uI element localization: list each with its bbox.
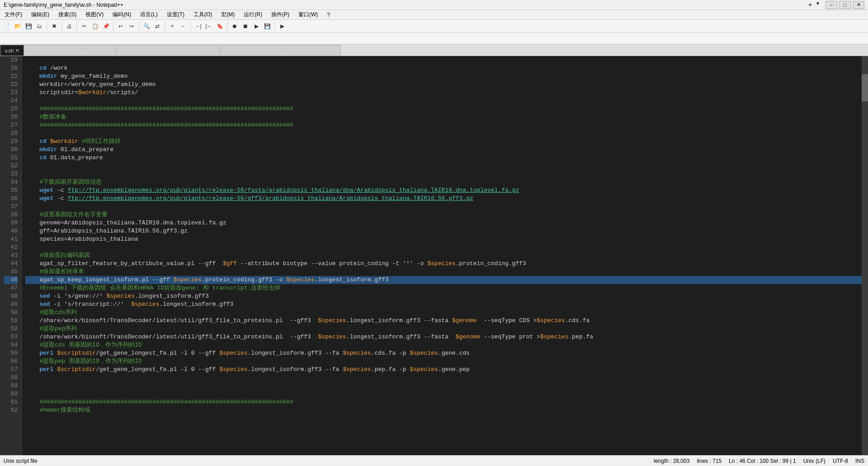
- code-line-30: mkdir 01.data_prepare: [25, 146, 862, 154]
- cut-button[interactable]: ✂: [79, 21, 89, 31]
- tab-label: Glycine_max.Glycine_max_v2.1.57.gff3: [122, 48, 210, 53]
- code-line-48: sed -i 's/gene://' $species.longest_isof…: [25, 292, 862, 300]
- tab-glycine-dna[interactable]: Glycine_max.Glycine_max_v2.1.dna.topleve…: [221, 45, 341, 56]
- macro-rec-button[interactable]: ⏺: [230, 21, 240, 31]
- encoding-label: UTF-8: [833, 458, 848, 464]
- file-type-label: Unix script file: [4, 458, 654, 464]
- code-line-38: #设置基因组文件名字变量: [25, 211, 862, 219]
- toolbar-row1: 📄 📂 💾 🗂 ✖ 🖨 ✂ 📋 📌 ↩ ↪ 🔍 ⇄ + − →| |← 🔖 ⏺ …: [0, 20, 868, 33]
- menu-plugins[interactable]: 插件(P): [269, 10, 292, 19]
- code-line-36: wget -c ftp://ftp.ensemblgenomes.org/pub…: [25, 195, 862, 203]
- tab-label: Gaax_508_Wm82.a4.v1.gene.gff3: [30, 48, 105, 53]
- menu-search[interactable]: 搜索(S): [56, 10, 79, 19]
- ins-label: INS: [855, 458, 864, 464]
- titlebar-controls: + ▼ − □ ✕: [808, 1, 864, 9]
- paste-button[interactable]: 📌: [101, 21, 111, 31]
- line-ending-label: Unix (LF): [803, 458, 826, 464]
- tabbar: v.sh ✕ Gaax_508_Wm82.a4.v1.gene.gff3 ✕ G…: [0, 44, 868, 56]
- toolbar-row2: [0, 33, 868, 44]
- new-button[interactable]: 📄: [2, 21, 12, 31]
- menu-tools[interactable]: 工具(O): [191, 10, 215, 19]
- save-all-button[interactable]: 🗂: [34, 21, 44, 31]
- menu-view[interactable]: 视图(V): [83, 10, 106, 19]
- code-line-59: [25, 382, 862, 390]
- code-line-51: /share/work/biosoft/TransDecoder/latest/…: [25, 317, 862, 325]
- outdent-button[interactable]: |←: [204, 21, 214, 31]
- code-line-35: wget -c ftp://ftp.ensemblgenomes.org/pub…: [25, 186, 862, 195]
- code-line-52: #提取pep序列: [25, 325, 862, 333]
- find-button[interactable]: 🔍: [142, 21, 151, 31]
- code-area[interactable]: cd /work mkdir my_gene_family_demo workd…: [22, 56, 862, 455]
- menu-window[interactable]: 窗口(W): [296, 10, 321, 19]
- menu-encode[interactable]: 编码(N): [110, 10, 134, 19]
- save-button[interactable]: 💾: [24, 21, 33, 31]
- menu-language[interactable]: 语言(L): [137, 10, 160, 19]
- tab-label: v.sh: [5, 48, 14, 53]
- code-line-41: species=Arabidopsis_thaliana: [25, 235, 862, 243]
- code-line-21: mkdir my_gene_family_demo: [25, 72, 862, 81]
- print-button[interactable]: 🖨: [64, 21, 74, 31]
- menubar: 文件(F) 编辑(E) 搜索(S) 视图(V) 编码(N) 语言(L) 设置(T…: [0, 10, 868, 20]
- macro-stop-button[interactable]: ⏹: [241, 21, 250, 31]
- tab-close-icon2[interactable]: ✕: [108, 48, 111, 53]
- close-button[interactable]: ✕: [853, 1, 864, 9]
- tab-close-icon[interactable]: ✕: [15, 48, 19, 53]
- code-line-24: [25, 97, 862, 105]
- code-line-55: perl $scriptsdir/get_gene_longest_fa.pl …: [25, 349, 862, 357]
- tab-close-icon4[interactable]: ✕: [332, 48, 336, 53]
- code-line-32: [25, 162, 862, 170]
- menu-macro[interactable]: 宏(M): [218, 10, 237, 19]
- zoom-out-button[interactable]: −: [178, 21, 188, 31]
- bookmark-button[interactable]: 🔖: [215, 21, 225, 31]
- tab-vsh[interactable]: v.sh ✕: [0, 45, 24, 56]
- code-line-44: agat_sp_filter_feature_by_attribute_valu…: [25, 260, 862, 268]
- menu-edit[interactable]: 编辑(E): [28, 10, 52, 19]
- code-line-25: ########################################…: [25, 105, 862, 113]
- indent-button[interactable]: →|: [193, 21, 203, 31]
- code-line-33: [25, 170, 862, 178]
- code-line-61: ########################################…: [25, 398, 862, 406]
- undo-button[interactable]: ↩: [116, 21, 126, 31]
- code-line-56: #提取pep 用基因的ID，作为序列的ID: [25, 357, 862, 366]
- menu-help[interactable]: ?: [324, 11, 333, 19]
- copy-button[interactable]: 📋: [90, 21, 100, 31]
- code-line-53: /share/work/biosoft/TransDecoder/latest/…: [25, 333, 862, 341]
- lines-label: lines : 715: [697, 458, 722, 464]
- titlebar-arrow: ▼: [816, 1, 820, 9]
- tab-close-icon3[interactable]: ✕: [211, 48, 215, 53]
- code-line-26: #数据准备: [25, 113, 862, 121]
- code-line-29: cd $workdir #回到工作路径: [25, 138, 862, 146]
- status-right: length : 28,003 lines : 715 Ln : 46 Col …: [654, 458, 864, 464]
- tab-label: Glycine_max.Glycine_max_v2.1.dna.topleve…: [226, 48, 330, 53]
- code-line-60: [25, 390, 862, 398]
- replace-button[interactable]: ⇄: [152, 21, 162, 31]
- menu-settings[interactable]: 设置(T): [164, 10, 187, 19]
- position-label: Ln : 46 Col : 100 Sel : 99 | 1: [729, 458, 796, 464]
- open-button[interactable]: 📂: [13, 21, 23, 31]
- code-line-27: ########################################…: [25, 121, 862, 129]
- right-scrollbar[interactable]: [862, 56, 868, 455]
- scroll-thumb[interactable]: [862, 74, 868, 101]
- menu-run[interactable]: 运行(R): [241, 10, 265, 19]
- tab-glycine-gff3[interactable]: Glycine_max.Glycine_max_v2.1.57.gff3 ✕: [117, 45, 220, 56]
- zoom-in-button[interactable]: +: [167, 21, 177, 31]
- line-numbers: 19 20 21 22 23 24 25 26 27 28 29 30 31 3…: [0, 56, 22, 455]
- code-line-46: agat_sp_keep_longest_isoform.pl --gff $s…: [25, 276, 862, 284]
- code-line-45: #保留最长转录本: [25, 268, 862, 276]
- code-line-22: workdir=/work/my_gene_family_demo: [25, 81, 862, 89]
- code-line-28: [25, 129, 862, 138]
- restore-button[interactable]: □: [839, 1, 851, 9]
- code-line-43: #保留蛋白编码基因: [25, 252, 862, 260]
- macro-save-button[interactable]: 💾: [262, 21, 272, 31]
- close-doc-button[interactable]: ✖: [49, 21, 59, 31]
- minimize-button[interactable]: −: [826, 1, 837, 9]
- redo-button[interactable]: ↪: [127, 21, 137, 31]
- menu-file[interactable]: 文件(F): [2, 10, 25, 19]
- tab-gaax[interactable]: Gaax_508_Wm82.a4.v1.gene.gff3 ✕: [25, 45, 116, 56]
- code-line-19: [25, 56, 862, 64]
- code-line-23: scriptsdir=$workdir/scripts/: [25, 89, 862, 97]
- macro-play-button[interactable]: ▶: [251, 21, 261, 31]
- run-button[interactable]: ▶: [277, 21, 287, 31]
- statusbar: Unix script file length : 28,003 lines :…: [0, 455, 868, 466]
- code-line-62: #hmmer搜索结构域: [25, 406, 862, 414]
